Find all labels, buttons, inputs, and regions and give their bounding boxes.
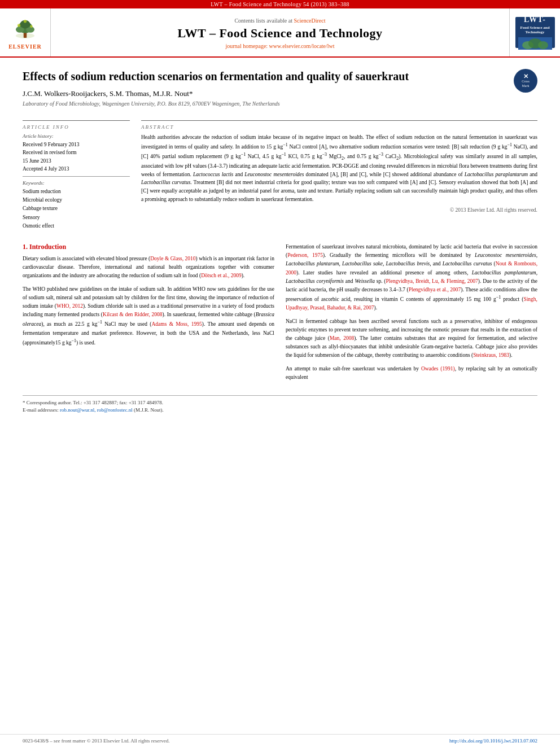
svg-point-6 bbox=[18, 24, 21, 27]
keyword-5: Osmotic effect bbox=[23, 222, 130, 230]
keywords-label: Keywords: bbox=[23, 180, 130, 186]
body-paragraph-1: Dietary sodium is associated with elevat… bbox=[23, 255, 274, 281]
footnote-emails: E-mail addresses: rob.nout@wur.nl, rob@r… bbox=[23, 407, 537, 414]
crossmark-icon: ✕ bbox=[523, 73, 528, 80]
journal-citation: LWT – Food Science and Technology 54 (20… bbox=[211, 1, 349, 7]
keyword-2: Microbial ecology bbox=[23, 196, 130, 204]
article-title-text: Effects of sodium reduction scenarios on… bbox=[23, 69, 505, 115]
page-footer: 0023-6438/$ – see front matter © 2013 El… bbox=[0, 734, 560, 747]
footer-doi[interactable]: http://dx.doi.org/10.1016/j.lwt.2013.07.… bbox=[449, 738, 537, 744]
keywords-list: Sodium reduction Microbial ecology Cabba… bbox=[23, 187, 130, 230]
abstract-text: Health authorities advocate the reductio… bbox=[141, 133, 537, 204]
elsevier-brand: ELSEVIER bbox=[8, 43, 42, 50]
abstract-box: ABSTRACT Health authorities advocate the… bbox=[141, 120, 537, 213]
email-link[interactable]: rob.nout@wur.nl, rob@ronfostec.nl bbox=[60, 407, 133, 413]
journal-top-bar: LWT – Food Science and Technology 54 (20… bbox=[0, 0, 560, 8]
ref-adams[interactable]: Adams & Moss, 1995 bbox=[151, 321, 202, 327]
ref-man[interactable]: Man, 2008 bbox=[330, 335, 354, 341]
ref-kilcast[interactable]: Kilcast & den Ridder, 2008 bbox=[103, 312, 163, 317]
ref-pederson[interactable]: Pederson, 1975 bbox=[287, 252, 323, 258]
ref-dotsch[interactable]: Dötsch et al., 2009 bbox=[201, 273, 242, 278]
crossmark-label: CrossMark bbox=[522, 80, 530, 88]
article-info-column: ARTICLE INFO Article history: Received 9… bbox=[23, 120, 130, 230]
divider bbox=[23, 176, 130, 177]
journal-logo-box: LWT- Food Science and Technology bbox=[509, 8, 560, 56]
contents-label: Contents lists available at bbox=[234, 18, 292, 24]
journal-title-center: Contents lists available at ScienceDirec… bbox=[51, 8, 509, 56]
article-info-abstract: ARTICLE INFO Article history: Received 9… bbox=[23, 120, 537, 230]
authors-text: J.C.M. Wolkers-Rooijackers, S.M. Thomas,… bbox=[23, 89, 193, 98]
revised-date: Received in revised form15 June 2013 bbox=[23, 148, 130, 165]
article-info-label: ARTICLE INFO bbox=[23, 124, 130, 130]
body-paragraph-3: Fermentation of sauerkraut involves natu… bbox=[286, 243, 537, 313]
elsevier-tree-icon bbox=[10, 16, 41, 41]
content-area: Effects of sodium reduction scenarios on… bbox=[0, 58, 560, 734]
history-label: Article history: bbox=[23, 133, 130, 139]
abstract-label: ABSTRACT bbox=[141, 124, 537, 130]
contents-available-line: Contents lists available at ScienceDirec… bbox=[234, 18, 325, 24]
article-info-box: ARTICLE INFO Article history: Received 9… bbox=[23, 120, 130, 230]
email-label: E-mail addresses: bbox=[23, 407, 59, 413]
journal-header: ELSEVIER Contents lists available at Sci… bbox=[0, 8, 560, 58]
mini-logo-image bbox=[519, 37, 550, 50]
body-paragraph-2: The WHO published new guidelines on the … bbox=[23, 285, 274, 348]
accepted-date: Accepted 4 July 2013 bbox=[23, 165, 130, 173]
crossmark-badge: ✕ CrossMark bbox=[514, 69, 537, 93]
affiliation: Laboratory of Food Microbiology, Wagenin… bbox=[23, 101, 505, 107]
section1-heading: 1. Introduction bbox=[23, 243, 274, 251]
footnote-corresponding: * Corresponding author. Tel.: +31 317 48… bbox=[23, 399, 537, 407]
elsevier-logo-box: ELSEVIER bbox=[0, 8, 51, 56]
svg-point-7 bbox=[30, 25, 33, 28]
mini-logo-lwt: LWT- bbox=[524, 15, 546, 24]
body-paragraph-4: NaCl in fermented cabbage has been ascri… bbox=[286, 317, 537, 360]
ref-who[interactable]: WHO, 2012 bbox=[56, 303, 83, 309]
ref-pleng2[interactable]: Plengvidhya et al., 2007 bbox=[409, 287, 461, 292]
keyword-1: Sodium reduction bbox=[23, 187, 130, 196]
body-left-column: 1. Introduction Dietary sodium is associ… bbox=[23, 243, 274, 386]
ref-pleng[interactable]: Plengvidhya, Breidt, Lu, & Fleming, 2007 bbox=[386, 278, 478, 284]
email-name: (M.J.R. Nout). bbox=[134, 407, 164, 413]
body-right-column: Fermentation of sauerkraut involves natu… bbox=[286, 243, 537, 386]
authors: J.C.M. Wolkers-Rooijackers, S.M. Thomas,… bbox=[23, 89, 505, 98]
ref-steinkraus[interactable]: Steinkraus, 1983 bbox=[473, 352, 509, 358]
homepage-url: www.elsevier.com/locate/lwt bbox=[269, 43, 335, 49]
footnote-area: * Corresponding author. Tel.: +31 317 48… bbox=[23, 395, 537, 414]
journal-homepage: journal homepage: www.elsevier.com/locat… bbox=[225, 43, 334, 49]
body-paragraph-5: An attempt to make salt-free sauerkraut … bbox=[286, 365, 537, 382]
keyword-3: Cabbage texture bbox=[23, 204, 130, 213]
ref-doyle[interactable]: Doyle & Glass, 2010 bbox=[150, 256, 195, 261]
body-content: 1. Introduction Dietary sodium is associ… bbox=[23, 243, 537, 386]
mini-logo-subtitle: Food Science and Technology bbox=[515, 24, 555, 36]
article-title-section: Effects of sodium reduction scenarios on… bbox=[23, 69, 537, 115]
journal-main-title: LWT – Food Science and Technology bbox=[177, 26, 382, 41]
page: LWT – Food Science and Technology 54 (20… bbox=[0, 0, 560, 747]
keyword-4: Sensory bbox=[23, 213, 130, 222]
svg-point-12 bbox=[538, 41, 548, 49]
ref-owades[interactable]: Owades (1991) bbox=[421, 366, 455, 372]
received-date: Received 9 February 2013 bbox=[23, 141, 130, 148]
sciencedirect-link[interactable]: ScienceDirect bbox=[294, 18, 325, 24]
article-title: Effects of sodium reduction scenarios on… bbox=[23, 69, 505, 84]
svg-point-8 bbox=[24, 19, 27, 23]
copyright-text: © 2013 Elsevier Ltd. All rights reserved… bbox=[141, 207, 537, 213]
footer-issn: 0023-6438/$ – see front matter © 2013 El… bbox=[23, 738, 170, 744]
homepage-label: journal homepage: bbox=[225, 43, 268, 49]
journal-mini-logo: LWT- Food Science and Technology bbox=[515, 17, 555, 48]
abstract-column: ABSTRACT Health authorities advocate the… bbox=[141, 120, 537, 230]
